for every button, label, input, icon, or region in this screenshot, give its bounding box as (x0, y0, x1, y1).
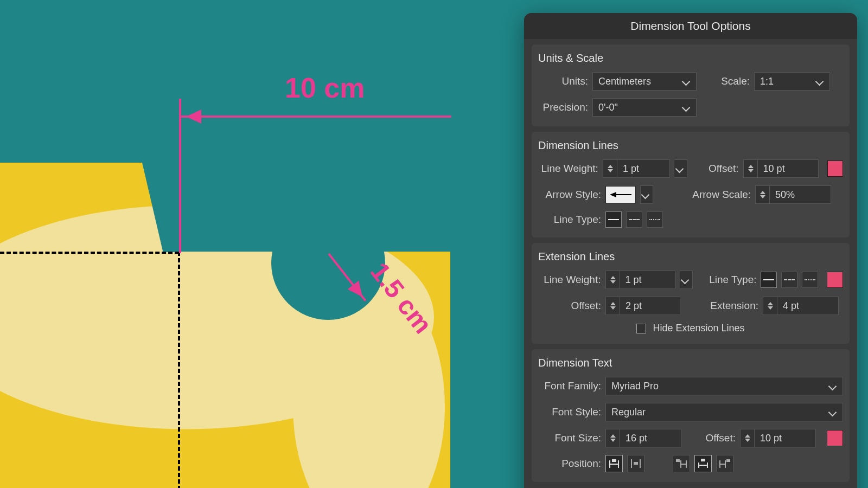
ext-line-type-solid[interactable] (761, 272, 777, 288)
line-type-solid[interactable] (605, 211, 622, 228)
arrow-style-dropdown[interactable] (640, 185, 653, 204)
line-weight-input[interactable]: 1 pt (603, 159, 670, 178)
panel-title: Dimension Tool Options (524, 13, 857, 39)
chevron-down-icon (676, 166, 684, 174)
chevron-down-icon (829, 409, 837, 417)
offset-label: Offset: (697, 163, 738, 175)
text-offset-label: Offset: (690, 432, 736, 444)
font-size-label: Font Size: (538, 432, 601, 444)
extension-input[interactable]: 4 pt (763, 297, 839, 315)
line-weight-label: Line Weight: (538, 274, 601, 286)
section-heading: Extension Lines (538, 251, 843, 263)
units-value: Centimeters (598, 76, 651, 87)
svg-rect-9 (676, 459, 680, 462)
font-size-value: 16 pt (620, 433, 681, 444)
arrow-scale-value: 50% (770, 189, 831, 201)
position-outside-left[interactable] (673, 455, 690, 472)
stepper-icon[interactable] (756, 186, 770, 203)
line-color-swatch[interactable] (827, 160, 843, 177)
ext-offset-input[interactable]: 2 pt (605, 297, 680, 315)
ext-line-type-label: Line Type: (700, 274, 757, 286)
scale-select[interactable]: 1:1 (754, 72, 830, 91)
chevron-down-icon (816, 79, 824, 86)
arrow-style-label: Arrow Style: (538, 189, 601, 201)
section-units-scale: Units & Scale Units: Centimeters Scale: … (532, 44, 850, 126)
position-inside-above[interactable] (605, 455, 623, 472)
text-offset-input[interactable]: 10 pt (740, 429, 816, 447)
font-style-value: Regular (611, 407, 646, 418)
line-type-label: Line Type: (538, 214, 601, 226)
svg-marker-1 (610, 192, 616, 197)
dimension-tool-options-panel: Dimension Tool Options Units & Scale Uni… (524, 13, 857, 488)
font-family-select[interactable]: Myriad Pro (605, 377, 843, 395)
stepper-icon[interactable] (741, 429, 755, 447)
ext-line-type-dotted[interactable] (802, 272, 818, 288)
line-weight-value: 1 pt (617, 163, 669, 175)
ext-line-weight-input[interactable]: 1 pt (605, 271, 675, 289)
line-weight-dropdown[interactable] (674, 159, 687, 178)
text-offset-value: 10 pt (755, 433, 815, 444)
precision-select[interactable]: 0'-0" (592, 98, 697, 117)
extension-label: Extension: (692, 300, 758, 312)
stepper-icon[interactable] (606, 271, 620, 288)
hide-extension-lines-checkbox[interactable] (636, 324, 646, 333)
position-inside-middle[interactable] (627, 455, 644, 472)
dimension-line-width[interactable] (180, 115, 451, 118)
arrow-style-preview[interactable] (605, 186, 636, 203)
stepper-icon[interactable] (603, 160, 617, 177)
position-outside-center[interactable] (694, 455, 712, 472)
text-color-swatch[interactable] (827, 430, 843, 446)
extension-value: 4 pt (777, 300, 838, 312)
font-family-value: Myriad Pro (611, 381, 659, 392)
font-style-label: Font Style: (538, 406, 601, 418)
units-select[interactable]: Centimeters (592, 72, 697, 91)
position-label: Position: (538, 458, 601, 470)
chevron-down-icon (683, 105, 691, 112)
section-heading: Units & Scale (538, 52, 843, 65)
stepper-icon[interactable] (763, 297, 777, 314)
ext-line-color-swatch[interactable] (827, 272, 843, 288)
chevron-down-icon (642, 192, 650, 200)
scale-value: 1:1 (760, 76, 774, 87)
precision-value: 0'-0" (598, 102, 618, 113)
scale-label: Scale: (709, 75, 750, 87)
offset-input[interactable]: 10 pt (743, 159, 819, 178)
position-outside-right[interactable] (716, 455, 733, 472)
stepper-icon[interactable] (606, 429, 620, 447)
line-type-dashed[interactable] (626, 211, 642, 228)
svg-rect-13 (701, 459, 705, 461)
section-dimension-lines: Dimension Lines Line Weight: 1 pt Offset… (532, 132, 850, 237)
chevron-down-icon (682, 277, 690, 285)
ext-line-type-dashed[interactable] (781, 272, 797, 288)
offset-value: 10 pt (758, 163, 819, 175)
section-heading: Dimension Lines (538, 139, 843, 152)
arrow-scale-label: Arrow Scale: (672, 189, 751, 201)
ext-offset-label: Offset: (538, 300, 601, 312)
ext-line-weight-value: 1 pt (620, 274, 675, 286)
svg-rect-8 (634, 462, 638, 465)
chevron-down-icon (683, 79, 691, 86)
svg-rect-4 (612, 459, 616, 462)
chevron-down-icon (829, 383, 837, 391)
line-weight-label: Line Weight: (538, 163, 598, 175)
font-family-label: Font Family: (538, 380, 601, 392)
line-type-dotted[interactable] (647, 211, 663, 228)
fold-line-vertical (178, 252, 180, 488)
dimension-label-width[interactable]: 10 cm (285, 72, 365, 104)
font-size-input[interactable]: 16 pt (605, 429, 681, 447)
stepper-icon[interactable] (744, 160, 758, 177)
ext-line-weight-dropdown[interactable] (680, 271, 693, 289)
precision-label: Precision: (538, 101, 588, 113)
units-label: Units: (538, 75, 588, 87)
fold-line-horizontal (0, 252, 179, 254)
hide-extension-lines-label: Hide Extension Lines (653, 323, 744, 334)
section-extension-lines: Extension Lines Line Weight: 1 pt Line T… (532, 243, 850, 344)
svg-rect-17 (726, 459, 730, 462)
section-dimension-text: Dimension Text Font Family: Myriad Pro F… (532, 349, 850, 482)
stepper-icon[interactable] (606, 297, 620, 314)
section-heading: Dimension Text (538, 357, 843, 369)
font-style-select[interactable]: Regular (605, 403, 843, 421)
arrow-scale-input[interactable]: 50% (755, 185, 831, 204)
ext-offset-value: 2 pt (620, 300, 680, 312)
